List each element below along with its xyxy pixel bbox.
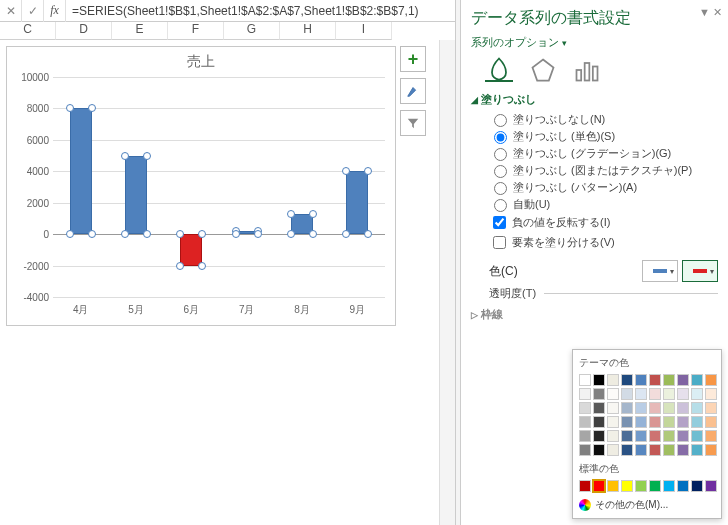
color-swatch[interactable] bbox=[677, 416, 689, 428]
fill-texture-radio[interactable]: 塗りつぶし (図またはテクスチャ)(P) bbox=[489, 162, 718, 178]
vertical-scrollbar[interactable] bbox=[439, 40, 455, 525]
color-swatch[interactable] bbox=[593, 374, 605, 386]
selection-handle[interactable] bbox=[88, 104, 96, 112]
fx-icon[interactable]: fx bbox=[44, 0, 66, 22]
selection-handle[interactable] bbox=[232, 230, 240, 238]
more-colors-button[interactable]: その他の色(M)... bbox=[579, 498, 715, 512]
vary-by-point-check[interactable]: 要素を塗り分ける(V) bbox=[489, 233, 718, 252]
color-swatch[interactable] bbox=[677, 444, 689, 456]
color-swatch[interactable] bbox=[621, 388, 633, 400]
color-swatch[interactable] bbox=[635, 388, 647, 400]
color-swatch[interactable] bbox=[677, 374, 689, 386]
color-swatch[interactable] bbox=[621, 444, 633, 456]
confirm-icon[interactable]: ✓ bbox=[22, 0, 44, 22]
color-swatch[interactable] bbox=[607, 430, 619, 442]
color-swatch[interactable] bbox=[635, 416, 647, 428]
color-swatch[interactable] bbox=[649, 402, 661, 414]
border-section-header[interactable]: 枠線 bbox=[471, 307, 718, 322]
color-swatch[interactable] bbox=[663, 430, 675, 442]
selection-handle[interactable] bbox=[88, 230, 96, 238]
color-swatch[interactable] bbox=[663, 374, 675, 386]
transparency-slider[interactable] bbox=[544, 293, 718, 294]
col-header[interactable]: G bbox=[224, 22, 280, 40]
color-swatch[interactable] bbox=[691, 430, 703, 442]
color-swatch[interactable] bbox=[621, 430, 633, 442]
color-swatch[interactable] bbox=[607, 416, 619, 428]
color-swatch[interactable] bbox=[593, 480, 605, 492]
color-swatch[interactable] bbox=[649, 430, 661, 442]
color-swatch[interactable] bbox=[607, 374, 619, 386]
selection-handle[interactable] bbox=[342, 230, 350, 238]
color-swatch[interactable] bbox=[649, 444, 661, 456]
color-swatch[interactable] bbox=[579, 402, 591, 414]
invert-negative-check[interactable]: 負の値を反転する(I) bbox=[489, 213, 718, 232]
selection-handle[interactable] bbox=[287, 210, 295, 218]
col-header[interactable]: D bbox=[56, 22, 112, 40]
chart-filter-button[interactable] bbox=[400, 110, 426, 136]
selection-handle[interactable] bbox=[143, 152, 151, 160]
color-swatch[interactable] bbox=[635, 374, 647, 386]
color-swatch[interactable] bbox=[635, 444, 647, 456]
fill-pattern-radio[interactable]: 塗りつぶし (パターン)(A) bbox=[489, 179, 718, 195]
color-swatch[interactable] bbox=[691, 374, 703, 386]
color-swatch[interactable] bbox=[649, 388, 661, 400]
selection-handle[interactable] bbox=[198, 230, 206, 238]
color-swatch[interactable] bbox=[593, 388, 605, 400]
color-swatch[interactable] bbox=[579, 430, 591, 442]
color-swatch[interactable] bbox=[649, 480, 661, 492]
col-header[interactable]: F bbox=[168, 22, 224, 40]
color-swatch[interactable] bbox=[635, 402, 647, 414]
selection-handle[interactable] bbox=[254, 230, 262, 238]
color-swatch[interactable] bbox=[621, 480, 633, 492]
col-header[interactable]: E bbox=[112, 22, 168, 40]
color-swatch[interactable] bbox=[705, 388, 717, 400]
chart-bar[interactable] bbox=[180, 234, 202, 265]
color-swatch[interactable] bbox=[649, 416, 661, 428]
color-swatch[interactable] bbox=[663, 480, 675, 492]
color-swatch[interactable] bbox=[705, 374, 717, 386]
fill-color-button[interactable] bbox=[642, 260, 678, 282]
color-swatch[interactable] bbox=[579, 388, 591, 400]
color-swatch[interactable] bbox=[691, 480, 703, 492]
chart-title[interactable]: 売上 bbox=[7, 47, 395, 73]
plot-area[interactable]: 1000080006000400020000-2000-40004月5月6月7月… bbox=[53, 77, 385, 297]
chart-bar[interactable] bbox=[346, 171, 368, 234]
selection-handle[interactable] bbox=[364, 167, 372, 175]
color-swatch[interactable] bbox=[593, 444, 605, 456]
color-swatch[interactable] bbox=[621, 402, 633, 414]
selection-handle[interactable] bbox=[342, 167, 350, 175]
chart-object[interactable]: 売上 1000080006000400020000-2000-40004月5月6… bbox=[6, 46, 396, 326]
color-swatch[interactable] bbox=[663, 444, 675, 456]
selection-handle[interactable] bbox=[287, 230, 295, 238]
fill-gradient-radio[interactable]: 塗りつぶし (グラデーション)(G) bbox=[489, 145, 718, 161]
col-header[interactable]: C bbox=[0, 22, 56, 40]
col-header[interactable]: I bbox=[336, 22, 392, 40]
fill-section-header[interactable]: 塗りつぶし bbox=[471, 92, 718, 107]
color-swatch[interactable] bbox=[593, 430, 605, 442]
color-swatch[interactable] bbox=[677, 430, 689, 442]
chart-styles-button[interactable] bbox=[400, 78, 426, 104]
selection-handle[interactable] bbox=[198, 262, 206, 270]
selection-handle[interactable] bbox=[121, 230, 129, 238]
fill-auto-radio[interactable]: 自動(U) bbox=[489, 196, 718, 212]
chart-bar[interactable] bbox=[125, 156, 147, 235]
color-swatch[interactable] bbox=[621, 374, 633, 386]
color-swatch[interactable] bbox=[691, 402, 703, 414]
selection-handle[interactable] bbox=[176, 230, 184, 238]
selection-handle[interactable] bbox=[364, 230, 372, 238]
color-swatch[interactable] bbox=[621, 416, 633, 428]
col-header[interactable]: H bbox=[280, 22, 336, 40]
selection-handle[interactable] bbox=[66, 230, 74, 238]
series-options-tab-icon[interactable] bbox=[573, 58, 601, 82]
color-swatch[interactable] bbox=[579, 374, 591, 386]
close-pane-button[interactable]: ▼ ✕ bbox=[699, 6, 722, 19]
color-swatch[interactable] bbox=[677, 480, 689, 492]
color-swatch[interactable] bbox=[691, 444, 703, 456]
negative-fill-color-button[interactable] bbox=[682, 260, 718, 282]
color-swatch[interactable] bbox=[677, 402, 689, 414]
color-swatch[interactable] bbox=[579, 480, 591, 492]
selection-handle[interactable] bbox=[309, 230, 317, 238]
color-swatch[interactable] bbox=[691, 416, 703, 428]
color-swatch[interactable] bbox=[593, 402, 605, 414]
color-swatch[interactable] bbox=[635, 480, 647, 492]
